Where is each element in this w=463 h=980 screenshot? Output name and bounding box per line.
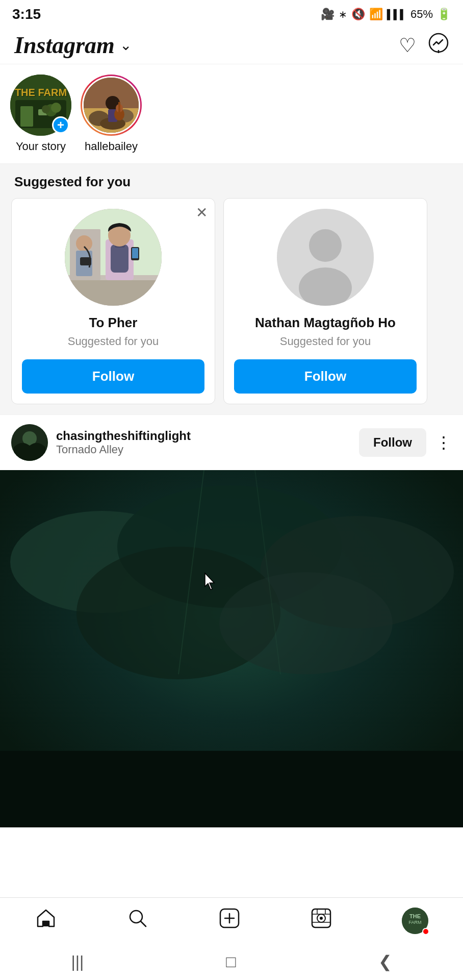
nav-home[interactable]: [35, 907, 57, 934]
hallebailey-avatar-wrapper: [81, 75, 142, 136]
your-story-label: Your story: [16, 140, 66, 153]
svg-text:FARM: FARM: [408, 920, 421, 925]
android-nav: ||| □ ❮: [0, 943, 463, 980]
to-pher-avatar: [65, 209, 162, 306]
post-location: Tornado Alley: [56, 443, 191, 456]
reels-icon: [310, 907, 332, 934]
follow-to-pher-button[interactable]: Follow: [22, 359, 204, 394]
story-item-your-story[interactable]: THE FARM + Your story: [10, 75, 71, 153]
svg-rect-27: [132, 248, 138, 258]
story-item-hallebailey[interactable]: hallebailey: [81, 75, 142, 153]
wifi-icon: 📶: [369, 8, 383, 21]
nav-create[interactable]: [218, 907, 241, 934]
suggested-card-nathan: Nathan Magtagñob Ho Suggested for you Fo…: [223, 198, 427, 404]
post-user-details: chasingtheshiftinglight Tornado Alley: [56, 429, 191, 456]
suggested-card-to-pher: ✕: [11, 198, 215, 404]
nav-search[interactable]: [126, 907, 149, 934]
your-story-avatar-wrapper: THE FARM +: [10, 75, 71, 136]
status-icons: 🎥 ∗ 🔇 📶 ▌▌▌ 65% 🔋: [321, 8, 451, 21]
nathan-subtitle: Suggested for you: [280, 335, 371, 348]
svg-point-8: [42, 105, 50, 113]
follow-nathan-button[interactable]: Follow: [234, 359, 417, 394]
chevron-down-icon[interactable]: ⌄: [120, 37, 132, 54]
svg-point-54: [320, 917, 323, 920]
post-header: chasingtheshiftinglight Tornado Alley Fo…: [0, 414, 463, 470]
header-actions: ♡: [399, 33, 449, 58]
bluetooth-icon: ∗: [339, 8, 347, 20]
android-home-button[interactable]: □: [226, 952, 236, 971]
post-actions: Follow ⋮: [359, 428, 452, 457]
svg-text:THE FARM: THE FARM: [15, 87, 67, 98]
status-time: 3:15: [12, 6, 41, 22]
post-username: chasingtheshiftinglight: [56, 429, 191, 443]
battery-icon: 🔋: [437, 8, 451, 21]
svg-rect-23: [111, 244, 128, 273]
nathan-avatar: [277, 209, 374, 306]
nav-reels[interactable]: [310, 907, 332, 934]
svg-point-7: [51, 103, 61, 113]
status-bar: 3:15 🎥 ∗ 🔇 📶 ▌▌▌ 65% 🔋: [0, 0, 463, 27]
messenger-icon[interactable]: [428, 33, 449, 58]
svg-text:THE: THE: [409, 913, 421, 919]
header-logo[interactable]: Instagram ⌄: [14, 32, 132, 59]
suggested-section: Suggested for you ✕: [0, 164, 463, 414]
svg-rect-45: [0, 751, 463, 827]
instagram-wordmark: Instagram: [14, 32, 115, 59]
svg-point-0: [429, 34, 448, 52]
hallebailey-label: hallebailey: [85, 140, 138, 153]
android-recents-button[interactable]: |||: [71, 952, 84, 971]
camera-icon: 🎥: [321, 8, 335, 21]
android-back-button[interactable]: ❮: [378, 952, 392, 971]
stories-section: THE FARM + Your story: [0, 64, 463, 164]
battery-text: 65%: [410, 8, 433, 21]
heart-icon[interactable]: ♡: [399, 34, 416, 57]
create-icon: [218, 907, 241, 934]
svg-rect-4: [20, 106, 33, 127]
post-user-info[interactable]: chasingtheshiftinglight Tornado Alley: [11, 424, 191, 461]
to-pher-subtitle: Suggested for you: [68, 335, 159, 348]
home-icon: [35, 907, 57, 934]
svg-rect-18: [118, 102, 120, 112]
profile-notification-dot: [422, 928, 429, 935]
to-pher-name: To Pher: [89, 315, 138, 331]
post-image: [0, 470, 463, 827]
svg-line-48: [141, 921, 146, 926]
svg-rect-31: [80, 257, 91, 265]
nav-profile[interactable]: THE FARM: [402, 908, 428, 934]
svg-rect-32: [65, 280, 162, 306]
bottom-nav: THE FARM: [0, 897, 463, 943]
svg-point-34: [309, 229, 342, 262]
suggested-header: Suggested for you: [0, 174, 463, 198]
signal-icon: ▌▌▌: [387, 9, 406, 20]
follow-post-user-button[interactable]: Follow: [359, 428, 426, 457]
more-options-icon[interactable]: ⋮: [435, 433, 452, 452]
header: Instagram ⌄ ♡: [0, 27, 463, 64]
post-user-avatar: [11, 424, 48, 461]
svg-point-29: [76, 235, 92, 252]
nathan-name: Nathan Magtagñob Ho: [255, 315, 396, 331]
svg-point-44: [219, 572, 393, 674]
close-card-to-pher[interactable]: ✕: [196, 206, 208, 220]
add-story-button[interactable]: +: [52, 116, 69, 134]
search-icon: [126, 907, 149, 934]
mute-icon: 🔇: [351, 8, 365, 21]
suggested-cards-wrapper[interactable]: ✕: [0, 198, 463, 414]
svg-rect-46: [43, 921, 48, 926]
